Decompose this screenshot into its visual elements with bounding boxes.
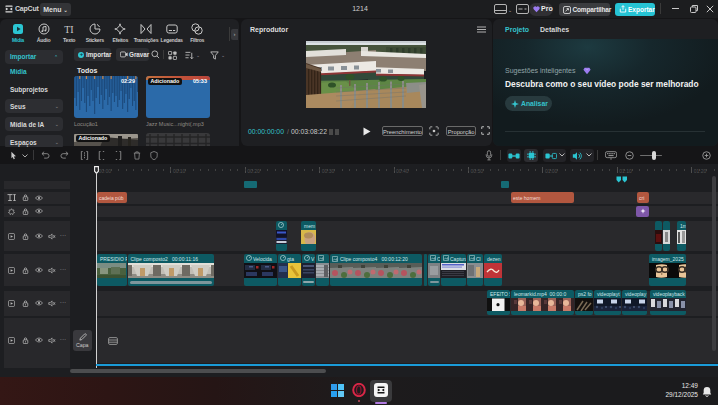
svg-text:TI: TI	[64, 24, 73, 35]
